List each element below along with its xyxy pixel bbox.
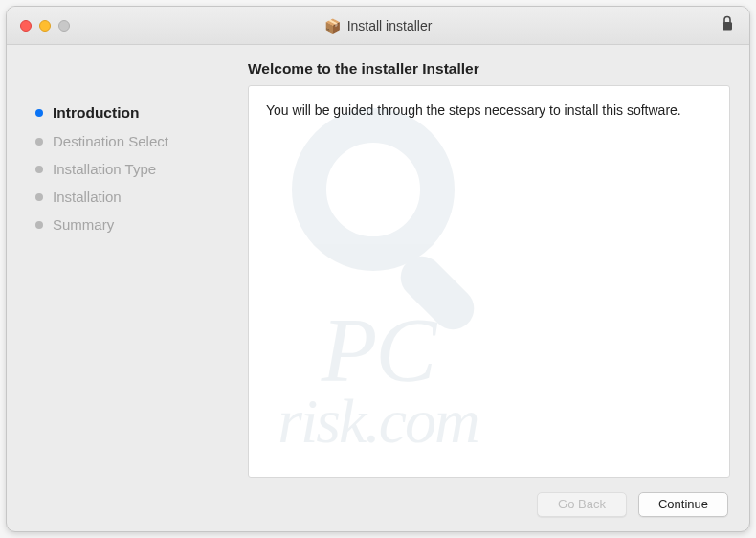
bullet-icon xyxy=(35,109,43,117)
bullet-icon xyxy=(35,221,43,229)
sidebar-step-label: Installation xyxy=(53,189,122,205)
sidebar-step-label: Summary xyxy=(53,216,114,233)
bullet-icon xyxy=(35,166,43,173)
body-area: Welcome to the installer Installer Intro… xyxy=(7,45,749,531)
lock-icon xyxy=(721,15,734,33)
bullet-icon xyxy=(35,193,43,201)
sidebar-step-destination-select: Destination Select xyxy=(30,127,231,155)
svg-rect-0 xyxy=(723,22,732,31)
sidebar-step-installation: Installation xyxy=(30,183,231,211)
minimize-button[interactable] xyxy=(39,20,51,32)
sidebar-step-introduction: Introduction xyxy=(30,99,231,127)
lock-wrap[interactable] xyxy=(721,15,749,36)
window-title-wrap: 📦 Install installer xyxy=(7,17,749,34)
traffic-lights xyxy=(7,20,70,32)
installer-window: 📦 Install installer Welcome to the insta… xyxy=(6,6,750,532)
page-heading: Welcome to the installer Installer xyxy=(7,45,749,85)
content-body-text: You will be guided through the steps nec… xyxy=(266,101,712,121)
sidebar-step-installation-type: Installation Type xyxy=(30,155,231,183)
bullet-icon xyxy=(35,138,43,146)
sidebar-step-label: Destination Select xyxy=(53,133,168,149)
titlebar: 📦 Install installer xyxy=(7,7,749,45)
sidebar: Introduction Destination Select Installa… xyxy=(30,85,231,478)
content-panel: You will be guided through the steps nec… xyxy=(248,85,730,478)
sidebar-step-summary: Summary xyxy=(30,211,231,238)
go-back-button: Go Back xyxy=(537,492,627,517)
continue-button[interactable]: Continue xyxy=(638,492,728,517)
maximize-button xyxy=(58,20,70,32)
footer: Go Back Continue xyxy=(7,478,749,531)
columns: Introduction Destination Select Installa… xyxy=(7,85,749,478)
sidebar-step-label: Installation Type xyxy=(53,161,156,177)
package-icon: 📦 xyxy=(324,17,342,34)
window-title: Install installer xyxy=(347,18,433,34)
sidebar-step-label: Introduction xyxy=(53,104,139,122)
close-button[interactable] xyxy=(20,20,32,32)
